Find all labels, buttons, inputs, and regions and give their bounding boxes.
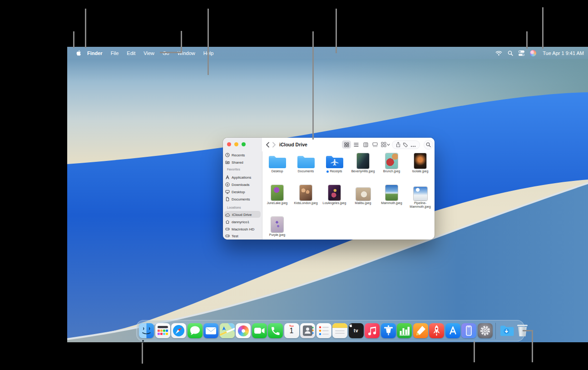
finder-toolbar: iCloud Drive — [262, 138, 435, 151]
hard-drive-icon — [225, 227, 230, 231]
list-view-button[interactable] — [351, 140, 361, 149]
image-thumbnail — [357, 153, 369, 169]
apple-logo-icon — [75, 50, 81, 56]
image-thumbnail — [271, 185, 283, 200]
sidebar-item-home[interactable]: dannyrico1 — [225, 219, 260, 225]
icloud-sync-dot — [326, 170, 329, 173]
back-button[interactable] — [266, 141, 270, 150]
file-malibu[interactable]: Malibu.jpeg — [349, 182, 377, 214]
column-view-button[interactable] — [361, 140, 370, 149]
dock-photos-icon[interactable] — [236, 323, 251, 338]
sidebar-item-shared[interactable]: Shared — [225, 159, 260, 165]
menu-finder[interactable]: Finder — [83, 50, 107, 56]
dock-reminders-icon[interactable] — [316, 323, 331, 338]
file-pipeline-mammoth[interactable]: Pipeline-Mammoth.jpeg — [406, 182, 435, 214]
gallery-view-button[interactable] — [371, 140, 380, 149]
menu-view[interactable]: View — [139, 50, 158, 56]
dock-contacts-icon[interactable] — [300, 323, 315, 338]
dock-keynote-icon[interactable] — [381, 323, 396, 338]
dock-iphone-mirroring-icon[interactable] — [461, 323, 476, 338]
tags-button[interactable] — [403, 141, 408, 149]
wifi-icon[interactable] — [495, 50, 502, 56]
close-button[interactable] — [227, 142, 231, 146]
search-button[interactable] — [424, 140, 433, 150]
minimize-button[interactable] — [234, 142, 238, 146]
dock-mail-icon[interactable] — [203, 323, 218, 338]
menu-file[interactable]: File — [107, 50, 123, 56]
more-actions-button[interactable] — [410, 141, 416, 149]
applications-icon — [225, 175, 230, 180]
file-junelake[interactable]: JuneLake.jpeg — [263, 182, 292, 214]
dock-rocket-app-icon[interactable] — [429, 323, 444, 338]
file-losangeles[interactable]: LosAngeles.jpeg — [320, 182, 349, 214]
file-documents-folder[interactable]: Documents — [292, 150, 320, 182]
control-center-icon[interactable] — [519, 50, 524, 56]
finder-sidebar: Recents Shared Favorites Applications Do… — [223, 138, 262, 240]
file-desktop-folder[interactable]: Desktop — [263, 150, 292, 182]
dock-numbers-icon[interactable] — [397, 323, 412, 338]
sidebar-item-recents[interactable]: Recents — [225, 152, 260, 158]
tv-label: tv — [354, 328, 358, 333]
spotlight-search-icon[interactable] — [508, 50, 513, 56]
dock-safari-icon[interactable] — [171, 323, 186, 338]
sidebar-item-downloads[interactable]: Downloads — [225, 181, 260, 188]
file-purple[interactable]: Purple.jpeg — [263, 214, 292, 246]
forward-button[interactable] — [272, 141, 276, 150]
callout-menu-bar — [336, 9, 337, 53]
zoom-button[interactable] — [242, 142, 246, 146]
dock-facetime-icon[interactable] — [252, 323, 267, 338]
sidebar-item-test[interactable]: Test — [225, 233, 260, 239]
window-controls — [227, 142, 246, 146]
sidebar-item-desktop[interactable]: Desktop — [225, 189, 260, 195]
dock-app-store-icon[interactable] — [445, 323, 460, 338]
apple-menu[interactable] — [73, 50, 83, 56]
file-beverlyhills[interactable]: BeverlyHills.jpeg — [349, 150, 377, 182]
file-kidslondon[interactable]: KidsLondon.jpeg — [292, 182, 320, 214]
dock-phone-icon[interactable] — [268, 323, 283, 338]
sidebar-item-macintosh-hd[interactable]: Macintosh HD — [225, 226, 260, 232]
document-icon — [225, 197, 230, 201]
dock-messages-icon[interactable] — [188, 323, 203, 338]
file-brunch[interactable]: Brunch.jpeg — [377, 150, 406, 182]
desktop[interactable]: Finder File Edit View Go Window Help — [67, 47, 588, 342]
file-mammoth[interactable]: Mammoth.jpeg — [377, 182, 406, 214]
sidebar-item-applications[interactable]: Applications — [225, 174, 260, 180]
menu-bar: Finder File Edit View Go Window Help — [67, 47, 588, 59]
sidebar-item-icloud-drive[interactable]: iCloud Drive — [225, 211, 260, 218]
dock-maps-icon[interactable] — [220, 323, 235, 338]
group-by-button[interactable] — [381, 140, 390, 149]
sidebar-section-locations: Locations — [227, 206, 241, 209]
share-button[interactable] — [396, 141, 400, 149]
dock-downloads-folder-icon[interactable] — [499, 323, 514, 338]
callout-app-menu — [85, 9, 86, 48]
callout-apple-menu — [73, 31, 74, 48]
dock-launchpad-icon[interactable] — [155, 323, 170, 338]
callout-finder-window — [312, 31, 314, 140]
dock-system-settings-icon[interactable] — [478, 323, 493, 338]
shared-folder-icon — [225, 160, 230, 165]
dock-finder-icon[interactable] — [139, 323, 154, 338]
folder-icon — [296, 154, 316, 169]
file-isolate[interactable]: Isolate.jpeg — [406, 150, 435, 182]
desktop-icon — [225, 190, 230, 194]
view-switcher — [342, 140, 380, 149]
icon-view-button[interactable] — [342, 140, 351, 149]
dock-apple-tv-icon[interactable]: tv — [349, 323, 364, 338]
callout-help-menu-horizontal — [160, 52, 182, 53]
dock-calendar-icon[interactable]: Tue 1 — [284, 323, 299, 338]
file-receipts-folder[interactable]: Receipts — [320, 150, 349, 182]
dock-music-icon[interactable] — [365, 323, 380, 338]
hard-drive-icon — [225, 234, 230, 238]
annotated-mac-screenshot: Finder File Edit View Go Window Help — [0, 0, 588, 370]
menu-edit[interactable]: Edit — [123, 50, 139, 56]
icloud-icon — [225, 213, 230, 217]
finder-window[interactable]: Recents Shared Favorites Applications Do… — [223, 138, 435, 240]
menu-bar-clock[interactable]: Tue Apr 1 9:41 AM — [543, 50, 584, 56]
dock-pages-icon[interactable] — [413, 323, 428, 338]
sidebar-item-documents[interactable]: Documents — [225, 196, 260, 202]
siri-icon[interactable] — [530, 50, 536, 56]
callout-trash-vertical — [532, 330, 533, 362]
callout-system-settings-dock-icon — [474, 341, 475, 362]
dock-notes-icon[interactable] — [332, 323, 347, 338]
calendar-day-number: 1 — [284, 327, 299, 335]
